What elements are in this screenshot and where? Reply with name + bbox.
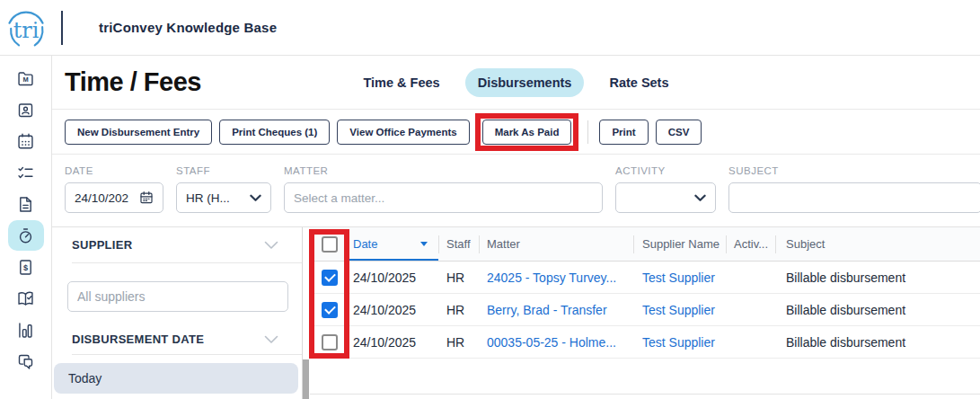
sidebar-item-reports[interactable]: [8, 315, 44, 345]
documents-icon: [16, 195, 35, 214]
row-staff: HR: [438, 303, 479, 317]
column-header-date[interactable]: Date: [349, 227, 438, 261]
disbursement-date-section-header[interactable]: DISBURSEMENT DATE: [72, 324, 302, 355]
ledger-book-icon: [16, 289, 35, 308]
table-bottom-border: [310, 394, 980, 395]
column-header-activity[interactable]: Activ...: [726, 227, 775, 261]
staff-filter-value: HR (H...: [186, 191, 230, 205]
table-row[interactable]: 24/10/2025 HR 00035-05-25 - Holme... Tes…: [310, 326, 980, 359]
matter-link[interactable]: 00035-05-25 - Holme...: [487, 335, 616, 350]
view-office-payments-button[interactable]: View Office Payments: [337, 120, 469, 145]
matter-link[interactable]: 24025 - Topsy Turvey...: [487, 270, 616, 285]
sidebar-item-documents[interactable]: [8, 189, 44, 219]
chevron-down-icon: [694, 194, 706, 202]
row-date: 24/10/2025: [349, 303, 438, 317]
print-cheques-button[interactable]: Print Cheques (1): [219, 120, 330, 145]
table-row[interactable]: 24/10/2025 HR 24025 - Topsy Turvey... Te…: [310, 262, 980, 294]
sidebar-item-time-fees[interactable]: [8, 220, 44, 251]
print-button[interactable]: Print: [599, 120, 648, 145]
row-checkbox-cell: [310, 302, 349, 318]
calendar-icon: [16, 132, 35, 151]
select-all-checkbox[interactable]: [322, 236, 338, 253]
sort-descending-icon: [420, 242, 428, 246]
tab-rate-sets[interactable]: Rate Sets: [596, 68, 681, 97]
matter-link[interactable]: Berry, Brad - Transfer: [487, 303, 607, 317]
activity-filter-select[interactable]: [615, 182, 716, 213]
table-row[interactable]: 24/10/2025 HR Berry, Brad - Transfer Tes…: [310, 294, 980, 326]
row-staff: HR: [438, 270, 479, 285]
column-header-matter[interactable]: Matter: [479, 227, 633, 261]
row-subject: Billable disbursement: [775, 270, 980, 285]
matter-filter-label: MATTER: [284, 165, 603, 176]
matter-filter-input[interactable]: Select a matter...: [284, 182, 603, 213]
time-fees-timer-icon: [16, 226, 35, 245]
app-title: triConvey Knowledge Base: [99, 20, 277, 35]
nav-sidebar: M $: [0, 56, 52, 399]
contacts-icon: [16, 101, 35, 120]
sidebar-item-messages[interactable]: [8, 346, 44, 377]
tab-disbursements[interactable]: Disbursements: [465, 68, 585, 97]
supplier-link[interactable]: Test Supplier: [642, 335, 715, 350]
matter-filter-placeholder: Select a matter...: [294, 191, 384, 205]
row-checkbox[interactable]: [322, 270, 338, 286]
row-subject: Billable disbursement: [775, 335, 980, 350]
tasks-icon: [16, 164, 35, 182]
triconvey-logo[interactable]: tri: [0, 5, 52, 50]
disbursement-date-section-title: DISBURSEMENT DATE: [72, 332, 204, 346]
row-checkbox[interactable]: [322, 334, 338, 350]
sidebar-item-ledger[interactable]: [8, 283, 44, 314]
supplier-search-input[interactable]: [67, 281, 288, 312]
sidebar-item-matters[interactable]: M: [8, 63, 44, 93]
staff-filter-label: STAFF: [176, 165, 271, 176]
supplier-section-title: SUPPLIER: [72, 238, 132, 252]
table-header-row: Date Staff Matter Supplier Name Activ...…: [310, 227, 980, 262]
column-header-date-label: Date: [353, 237, 377, 251]
date-filter-input[interactable]: 24/10/202: [65, 182, 163, 213]
chevron-down-icon[interactable]: [264, 335, 278, 344]
quick-filter-today-label: Today: [68, 371, 102, 386]
csv-button[interactable]: CSV: [656, 120, 702, 145]
supplier-link[interactable]: Test Supplier: [642, 303, 715, 317]
calendar-picker-icon[interactable]: [139, 191, 154, 205]
column-header-subject[interactable]: Subject: [775, 227, 980, 261]
disbursements-toolbar: New Disbursement Entry Print Cheques (1)…: [52, 110, 980, 155]
column-header-supplier-name[interactable]: Supplier Name: [633, 227, 726, 261]
panel-scrollbar-thumb[interactable]: [303, 359, 309, 399]
sidebar-item-calendar[interactable]: [8, 126, 44, 156]
staff-filter-select[interactable]: HR (H...: [176, 182, 271, 213]
select-all-cell: [310, 227, 349, 261]
subject-filter-input[interactable]: [728, 182, 980, 213]
chevron-down-icon: [250, 194, 261, 202]
row-checkbox-cell: [310, 270, 349, 286]
sidebar-item-billing[interactable]: $: [8, 252, 44, 282]
row-staff: HR: [438, 335, 479, 350]
sidebar-item-contacts[interactable]: [8, 94, 44, 125]
supplier-section-header[interactable]: SUPPLIER: [72, 227, 302, 263]
svg-text:$: $: [23, 263, 28, 272]
supplier-link[interactable]: Test Supplier: [642, 270, 715, 285]
disbursements-table: Date Staff Matter Supplier Name Activ...…: [303, 227, 980, 399]
chevron-down-icon[interactable]: [264, 241, 278, 250]
tab-time-and-fees[interactable]: Time & Fees: [350, 68, 452, 97]
content-area: SUPPLIER DISBURSEMENT DATE Today: [52, 226, 980, 399]
activity-filter-label: ACTIVITY: [615, 165, 716, 176]
date-filter-value: 24/10/202: [75, 191, 128, 205]
new-disbursement-entry-button[interactable]: New Disbursement Entry: [65, 120, 212, 145]
tab-bar: Time & Fees Disbursements Rate Sets: [350, 68, 681, 97]
mark-as-paid-button[interactable]: Mark As Paid: [482, 120, 572, 145]
sidebar-item-tasks[interactable]: [8, 157, 44, 188]
date-filter-label: DATE: [65, 165, 163, 176]
reports-chart-icon: [16, 321, 35, 340]
row-checkbox[interactable]: [322, 302, 338, 318]
row-date: 24/10/2025: [349, 335, 438, 350]
logo-text: tri: [13, 17, 40, 42]
filter-bar: DATE 24/10/202 STAFF HR (H...: [52, 155, 980, 226]
page-title: Time / Fees: [65, 67, 201, 97]
quick-filter-today[interactable]: Today: [54, 363, 298, 394]
toolbar-divider: [587, 120, 588, 144]
header-divider: [61, 11, 63, 45]
column-header-staff[interactable]: Staff: [438, 227, 479, 261]
matters-folder-icon: M: [16, 69, 35, 88]
subject-filter-label: SUBJECT: [728, 165, 980, 176]
app-header: tri triConvey Knowledge Base: [0, 0, 980, 56]
